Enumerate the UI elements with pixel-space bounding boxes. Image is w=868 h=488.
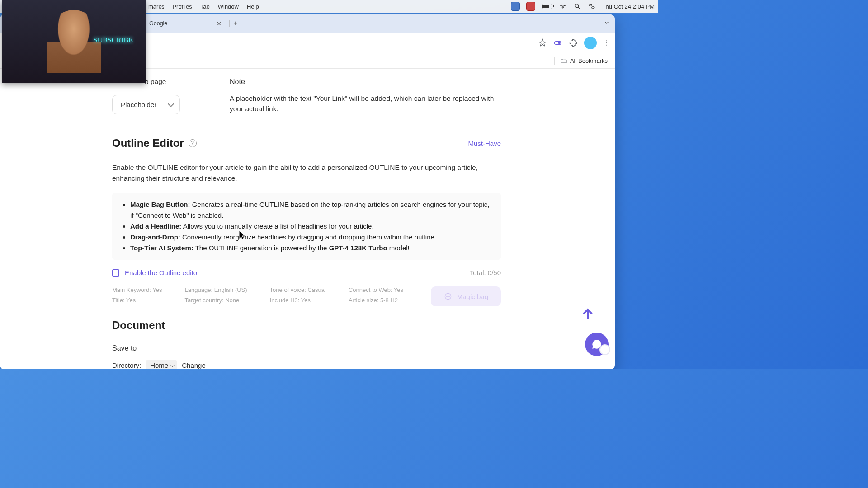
menu-window[interactable]: Window	[218, 3, 239, 10]
save-to-label: Save to	[112, 344, 501, 352]
control-center-icon[interactable]	[588, 2, 596, 10]
magic-bag-button[interactable]: Magic bag	[431, 286, 501, 306]
feature-magic-bag: Magic Bag Button: Generates a real-time …	[130, 199, 492, 221]
all-bookmarks-label: All Bookmarks	[570, 57, 608, 64]
meta-connect-web: Connect to Web: Yes	[349, 286, 403, 293]
all-bookmarks-button[interactable]: All Bookmarks	[554, 57, 608, 65]
new-tab-button[interactable]: +	[233, 19, 237, 28]
outline-description: Enable the OUTLINE editor for your artic…	[112, 162, 501, 184]
menubar-clock[interactable]: Thu Oct 24 2:04 PM	[602, 3, 655, 10]
svg-point-6	[606, 40, 607, 41]
meta-language: Language: English (US)	[185, 286, 247, 293]
svg-point-7	[606, 42, 607, 43]
note-label: Note	[230, 78, 501, 86]
outline-editor-title: Outline Editor	[112, 137, 184, 150]
profile-avatar[interactable]	[584, 37, 597, 49]
tab-title: Google	[149, 20, 167, 27]
magic-bag-label: Magic bag	[457, 293, 488, 300]
feature-ai-system: Top-Tier AI System: The OUTLINE generati…	[130, 243, 492, 253]
placeholder-select-value: Placeholder	[121, 101, 156, 108]
feature-headline: Add a Headline: Allows you to manually c…	[130, 221, 492, 232]
placeholder-select[interactable]: Placeholder	[112, 95, 180, 114]
outline-meta-row: Main Keyword: Yes Title: Yes Language: E…	[112, 285, 501, 319]
battery-icon[interactable]	[542, 4, 552, 9]
meta-title: Title: Yes	[112, 297, 162, 304]
subscribe-neon-sign: SUBSCRIBE	[94, 36, 133, 44]
wifi-icon[interactable]	[559, 2, 567, 10]
chat-widget-button[interactable]	[585, 333, 609, 356]
tab-separator: |	[229, 19, 231, 28]
screen-record-icon[interactable]	[511, 2, 520, 11]
svg-line-1	[578, 7, 580, 9]
tab-list-button[interactable]	[603, 19, 610, 28]
menu-profiles[interactable]: Profiles	[172, 3, 192, 10]
folder-icon	[560, 57, 567, 65]
arrow-up-icon	[580, 307, 595, 322]
meta-article-size: Article size: 5-8 H2	[349, 297, 403, 304]
meta-include-h3: Include H3: Yes	[270, 297, 326, 304]
meta-target-country: Target country: None	[185, 297, 247, 304]
magic-bag-icon	[443, 292, 453, 301]
outline-total-count: Total: 0/50	[470, 269, 501, 277]
meta-tone: Tone of voice: Casual	[270, 286, 326, 293]
webcam-overlay: SUBSCRIBE	[2, 0, 146, 83]
star-icon[interactable]	[538, 38, 547, 47]
enable-outline-label[interactable]: Enable the Outline editor	[125, 269, 199, 277]
svg-point-8	[606, 44, 607, 45]
cursor-icon	[239, 230, 246, 241]
outline-features: Magic Bag Button: Generates a real-time …	[112, 193, 501, 260]
chat-icon	[591, 338, 603, 350]
more-icon[interactable]	[603, 38, 610, 47]
scroll-to-top-button[interactable]	[578, 305, 598, 324]
menu-help[interactable]: Help	[247, 3, 259, 10]
browser-tab[interactable]: Google ✕	[145, 16, 226, 31]
search-icon[interactable]	[573, 2, 581, 10]
close-tab-icon[interactable]: ✕	[217, 20, 222, 27]
extensions-icon[interactable]	[569, 38, 578, 47]
enable-outline-checkbox[interactable]	[112, 269, 119, 277]
directory-select[interactable]: Home	[146, 360, 177, 369]
change-directory-link[interactable]: Change	[182, 361, 206, 369]
page-content: o page Placeholder Note A placeholder wi…	[0, 69, 615, 369]
webcam-person	[47, 10, 101, 73]
document-title: Document	[112, 319, 501, 332]
svg-rect-3	[591, 7, 594, 9]
must-have-badge: Must-Have	[468, 140, 501, 147]
svg-point-5	[558, 42, 561, 44]
help-icon[interactable]: ?	[189, 139, 197, 147]
menu-bookmarks[interactable]: marks	[148, 3, 164, 10]
directory-label: Directory:	[112, 361, 141, 369]
svg-point-0	[575, 4, 578, 8]
directory-value: Home	[150, 361, 168, 369]
meta-main-keyword: Main Keyword: Yes	[112, 286, 162, 293]
menu-tab[interactable]: Tab	[200, 3, 210, 10]
note-text: A placeholder with the text "Your Link" …	[230, 93, 501, 114]
svg-rect-2	[589, 4, 592, 6]
feature-drag-drop: Drag-and-Drop: Conveniently reorganize h…	[130, 232, 492, 243]
app-icon[interactable]	[526, 2, 535, 11]
extension-toggle-icon[interactable]	[553, 38, 562, 47]
